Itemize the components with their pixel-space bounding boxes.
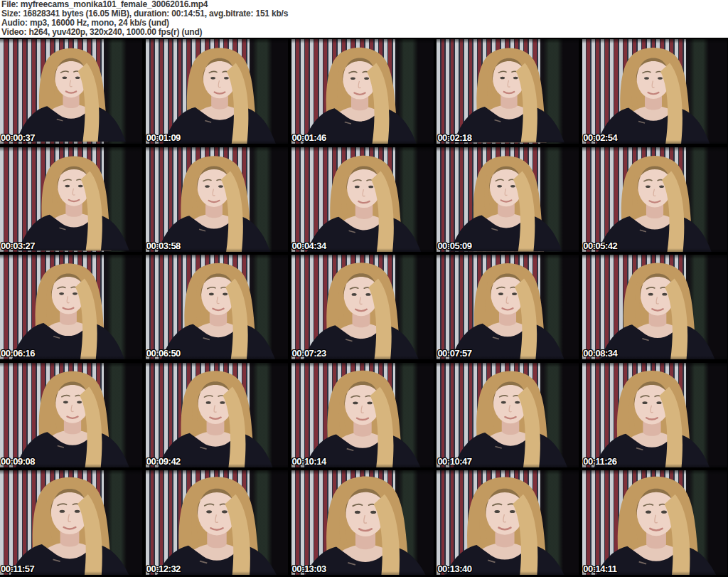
timestamp-overlay: 00:02:18 <box>437 132 471 143</box>
metadata-line-video: Video: h264, yuv420p, 320x240, 1000.00 f… <box>1 28 728 37</box>
timestamp-overlay: 00:05:42 <box>583 240 617 251</box>
person-figure <box>146 363 288 467</box>
thumbnail-cell: 00:01:09 <box>146 38 291 146</box>
thumbnail-cell: 00:02:18 <box>437 38 582 146</box>
video-frame-thumbnail: 00:01:09 <box>146 39 288 144</box>
timestamp-overlay: 00:13:40 <box>437 563 471 574</box>
video-frame-thumbnail: 00:07:23 <box>291 255 434 359</box>
video-frame-thumbnail: 00:02:18 <box>437 39 579 144</box>
video-frame-thumbnail: 00:09:42 <box>146 363 288 467</box>
thumbnail-cell: 00:05:09 <box>437 146 582 254</box>
video-frame-thumbnail: 00:14:11 <box>582 470 727 575</box>
timestamp-overlay: 00:07:23 <box>292 348 326 359</box>
timestamp-overlay: 00:03:27 <box>1 240 35 251</box>
person-figure <box>582 363 727 467</box>
person-figure <box>437 255 579 359</box>
person-figure <box>291 147 434 252</box>
video-frame-thumbnail: 00:02:54 <box>582 39 727 144</box>
timestamp-overlay: 00:02:54 <box>583 132 617 143</box>
timestamp-overlay: 00:11:26 <box>583 456 616 467</box>
thumbnail-cell: 00:10:47 <box>437 361 582 470</box>
person-figure <box>582 147 727 252</box>
thumbnail-cell: 00:12:32 <box>146 469 291 577</box>
timestamp-overlay: 00:14:11 <box>583 563 616 574</box>
person-figure <box>291 255 434 359</box>
thumbnail-cell: 00:05:42 <box>582 146 728 254</box>
timestamp-overlay: 00:03:58 <box>146 240 181 251</box>
video-frame-thumbnail: 00:00:37 <box>0 39 142 144</box>
timestamp-overlay: 00:09:42 <box>146 456 181 467</box>
timestamp-overlay: 00:01:09 <box>146 132 181 143</box>
timestamp-overlay: 00:05:09 <box>437 240 471 251</box>
thumbnail-cell: 00:13:40 <box>437 469 582 577</box>
thumbnail-cell: 00:04:34 <box>291 146 437 254</box>
person-figure <box>0 363 142 467</box>
timestamp-overlay: 00:09:08 <box>1 456 35 467</box>
thumbnail-cell: 00:14:11 <box>582 469 728 577</box>
video-frame-thumbnail: 00:06:50 <box>146 255 288 359</box>
person-figure <box>146 255 288 359</box>
video-frame-thumbnail: 00:04:34 <box>291 147 434 252</box>
thumbnail-cell: 00:11:57 <box>0 469 146 577</box>
person-figure <box>582 39 727 144</box>
thumbnail-cell: 00:13:03 <box>291 469 437 577</box>
thumbnail-grid: 00:00:37 00:01 <box>0 38 728 577</box>
timestamp-overlay: 00:04:34 <box>292 240 326 251</box>
person-figure <box>437 147 577 252</box>
person-figure <box>146 147 286 252</box>
person-figure <box>0 255 140 359</box>
thumbnail-cell: 00:10:14 <box>291 361 437 470</box>
video-frame-thumbnail: 00:05:09 <box>437 147 579 252</box>
eye-right <box>224 77 229 80</box>
video-frame-thumbnail: 00:07:57 <box>437 255 579 359</box>
video-frame-thumbnail: 00:03:58 <box>146 147 288 252</box>
thumbnail-cell: 00:09:42 <box>146 361 291 470</box>
timestamp-overlay: 00:01:46 <box>292 132 326 143</box>
thumbnail-cell: 00:07:23 <box>291 253 437 361</box>
video-frame-thumbnail: 00:09:08 <box>0 363 142 467</box>
thumbnail-cell: 00:00:37 <box>0 38 146 146</box>
thumbnail-cell: 00:07:57 <box>437 253 582 361</box>
thumbnail-cell: 00:02:54 <box>582 38 728 146</box>
eye-left <box>63 76 68 78</box>
timestamp-overlay: 00:13:03 <box>292 563 326 574</box>
timestamp-overlay: 00:06:50 <box>146 348 181 359</box>
timestamp-overlay: 00:08:34 <box>583 348 617 359</box>
thumbnail-cell: 00:06:16 <box>0 253 146 361</box>
video-frame-thumbnail: 00:10:47 <box>437 363 579 467</box>
video-frame-thumbnail: 00:13:03 <box>291 470 434 575</box>
eye-right <box>75 76 80 78</box>
timestamp-overlay: 00:00:37 <box>1 132 35 143</box>
eye-left <box>210 77 215 80</box>
video-frame-thumbnail: 00:11:57 <box>0 470 142 575</box>
video-frame-thumbnail: 00:13:40 <box>437 470 579 575</box>
thumbnail-cell: 00:03:27 <box>0 146 146 254</box>
timestamp-overlay: 00:10:47 <box>437 456 471 467</box>
timestamp-overlay: 00:06:16 <box>1 348 35 359</box>
person-figure <box>439 39 579 142</box>
person-figure <box>146 470 288 575</box>
person-figure <box>437 363 579 467</box>
thumbnail-cell: 00:06:50 <box>146 253 291 361</box>
person-figure <box>437 470 579 575</box>
person-figure <box>582 255 727 359</box>
video-frame-thumbnail: 00:08:34 <box>582 255 727 359</box>
video-frame-thumbnail: 00:06:16 <box>0 255 142 359</box>
person-figure <box>0 470 142 575</box>
thumbnail-cell: 00:08:34 <box>582 253 728 361</box>
person-figure <box>4 147 142 250</box>
video-frame-thumbnail: 00:01:46 <box>291 39 434 144</box>
video-frame-thumbnail: 00:05:42 <box>582 147 727 252</box>
person-figure <box>149 39 288 144</box>
thumbnail-cell: 00:11:26 <box>582 361 728 470</box>
thumbnail-cell: 00:09:08 <box>0 361 146 470</box>
timestamp-overlay: 00:11:57 <box>1 563 34 574</box>
video-frame-thumbnail: 00:12:32 <box>146 470 288 575</box>
timestamp-overlay: 00:12:32 <box>146 563 181 574</box>
person-figure <box>1 40 140 142</box>
thumbnail-cell: 00:03:58 <box>146 146 291 254</box>
metadata-header: File: myfreecams_monika101_female_300620… <box>0 0 728 38</box>
timestamp-overlay: 00:10:14 <box>292 456 326 467</box>
person-figure <box>291 470 434 575</box>
person-figure <box>291 39 432 144</box>
